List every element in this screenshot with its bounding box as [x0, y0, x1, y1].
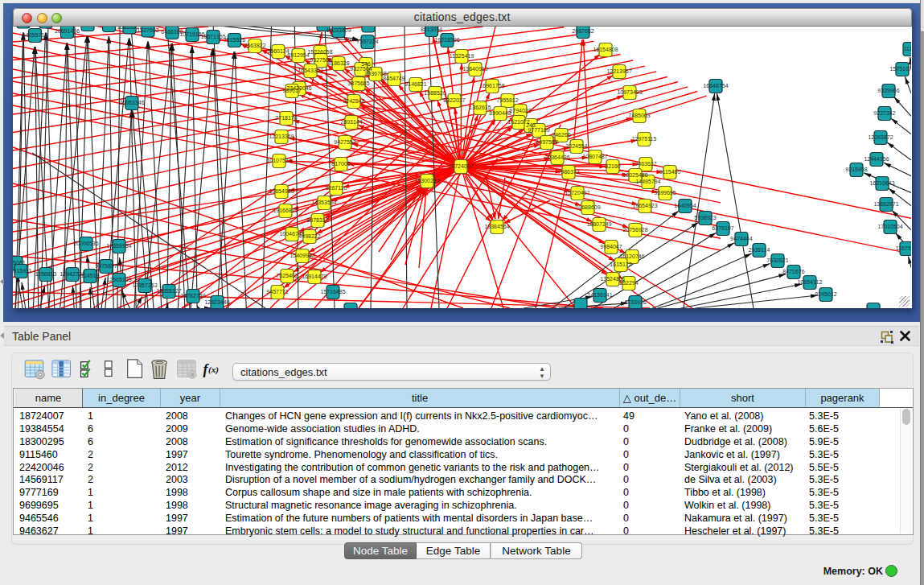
svg-text:6794028: 6794028	[509, 108, 531, 113]
svg-text:2718176: 2718176	[275, 115, 297, 121]
svg-text:1112: 1112	[904, 46, 911, 51]
svg-text:10958127: 10958127	[156, 288, 181, 294]
svg-text:8322037: 8322037	[443, 97, 465, 103]
svg-text:9329966: 9329966	[877, 88, 899, 93]
svg-text:20364436: 20364436	[544, 154, 569, 160]
svg-text:19654923: 19654923	[632, 203, 657, 208]
svg-text:14495794: 14495794	[635, 179, 660, 184]
svg-text:9984047: 9984047	[600, 244, 622, 249]
svg-text:12975115: 12975115	[632, 136, 657, 142]
svg-text:1156813: 1156813	[35, 271, 57, 277]
svg-text:17010504: 17010504	[877, 224, 902, 229]
svg-text:8990448: 8990448	[489, 110, 511, 116]
svg-text:15300215: 15300215	[414, 178, 439, 183]
svg-text:19166825: 19166825	[273, 208, 298, 213]
svg-text:9474444: 9474444	[730, 236, 752, 241]
svg-text:989617: 989617	[282, 88, 301, 93]
svg-text:9457771: 9457771	[266, 289, 288, 295]
svg-text:9227342: 9227342	[873, 110, 895, 116]
svg-text:15409948: 15409948	[290, 253, 314, 258]
svg-text:8813054: 8813054	[421, 27, 442, 32]
svg-text:10654112: 10654112	[798, 279, 823, 285]
svg-text:16782759: 16782759	[180, 293, 205, 299]
svg-text:9146821: 9146821	[405, 81, 426, 87]
svg-text:16961758: 16961758	[479, 83, 504, 89]
svg-text:1615172: 1615172	[610, 262, 631, 267]
svg-text:1640954: 1640954	[674, 203, 696, 208]
svg-text:995061: 995061	[13, 260, 26, 266]
svg-text:7485063: 7485063	[628, 113, 650, 118]
svg-text:8678312: 8678312	[306, 217, 328, 223]
svg-text:6497568: 6497568	[536, 139, 557, 145]
svg-text:9975857: 9975857	[95, 263, 117, 269]
svg-text:8471676: 8471676	[782, 269, 804, 274]
svg-text:7663822: 7663822	[244, 43, 265, 48]
svg-text:7955812: 7955812	[496, 97, 518, 103]
svg-text:8186328: 8186328	[327, 60, 349, 66]
svg-text:14353594: 14353594	[311, 200, 336, 205]
svg-text:16210643: 16210643	[869, 180, 894, 186]
svg-text:9427552: 9427552	[334, 139, 355, 145]
svg-text:20206536: 20206536	[73, 241, 98, 246]
svg-text:1733426: 1733426	[624, 299, 646, 305]
svg-text:13640910: 13640910	[462, 66, 487, 72]
svg-text:19218596: 19218596	[434, 37, 459, 43]
svg-text:16648754: 16648754	[703, 83, 728, 89]
svg-text:16033809: 16033809	[326, 27, 351, 33]
svg-text:9777169: 9777169	[528, 127, 549, 133]
svg-text:16120746: 16120746	[619, 253, 644, 259]
svg-text:15751074: 15751074	[889, 66, 911, 72]
svg-text:746266: 746266	[552, 132, 570, 138]
svg-text:15226058: 15226058	[307, 49, 332, 55]
svg-text:817006: 817006	[331, 161, 350, 167]
svg-text:12213369: 12213369	[269, 134, 294, 139]
svg-text:2803144: 2803144	[340, 119, 362, 125]
svg-text:7515526: 7515526	[224, 37, 245, 43]
svg-text:12213967: 12213967	[606, 68, 631, 74]
svg-text:1362615: 1362615	[469, 105, 491, 110]
svg-text:12444156: 12444156	[864, 156, 889, 162]
svg-text:7625402: 7625402	[276, 273, 298, 278]
svg-text:2935114: 2935114	[749, 247, 770, 253]
svg-text:6379197: 6379197	[712, 225, 733, 231]
svg-text:7986372: 7986372	[557, 169, 579, 175]
svg-text:15716485: 15716485	[320, 289, 345, 295]
svg-text:9215958: 9215958	[845, 167, 867, 172]
svg-text:5938923: 5938923	[694, 215, 716, 220]
svg-text:19384554: 19384554	[484, 224, 509, 229]
svg-text:1588520: 1588520	[424, 90, 446, 96]
svg-text:9242848: 9242848	[343, 98, 364, 104]
svg-text:9463627: 9463627	[634, 161, 656, 167]
svg-text:3960124: 3960124	[267, 48, 289, 54]
svg-text:10671355: 10671355	[200, 34, 225, 39]
svg-text:1527602: 1527602	[137, 27, 158, 33]
svg-text:18724007: 18724007	[448, 163, 473, 169]
svg-text:3024554: 3024554	[565, 143, 587, 149]
svg-text:20053346: 20053346	[119, 100, 144, 105]
svg-text:9115460: 9115460	[659, 169, 681, 175]
svg-text:13692971: 13692971	[873, 201, 898, 207]
svg-text:16914479: 16914479	[302, 274, 326, 279]
svg-text:20691406: 20691406	[55, 28, 80, 34]
svg-text:9699695: 9699695	[654, 190, 676, 196]
svg-text:7632621: 7632621	[766, 257, 788, 263]
svg-text:20756928: 20756928	[622, 227, 647, 233]
svg-text:11325419: 11325419	[450, 53, 474, 59]
svg-text:14136141: 14136141	[587, 292, 612, 298]
svg-text:16154808: 16154808	[593, 47, 618, 52]
svg-text:4498222: 4498222	[298, 233, 320, 239]
svg-text:12923446: 12923446	[204, 299, 229, 305]
svg-text:10025488: 10025488	[622, 172, 647, 178]
svg-text:8912954: 8912954	[287, 52, 309, 58]
svg-text:10107534: 10107534	[266, 158, 291, 163]
svg-text:252294: 252294	[619, 280, 638, 286]
svg-text:82160: 82160	[605, 163, 621, 169]
svg-text:10973493: 10973493	[617, 89, 642, 95]
svg-text:12505135: 12505135	[106, 277, 131, 282]
svg-text:17359934: 17359934	[106, 243, 131, 249]
svg-text:7357224: 7357224	[356, 39, 378, 44]
svg-text:3875685: 3875685	[347, 80, 369, 86]
svg-text:2687682: 2687682	[572, 28, 593, 34]
svg-text:12093872: 12093872	[868, 134, 893, 140]
svg-text:16543362: 16543362	[298, 68, 322, 73]
